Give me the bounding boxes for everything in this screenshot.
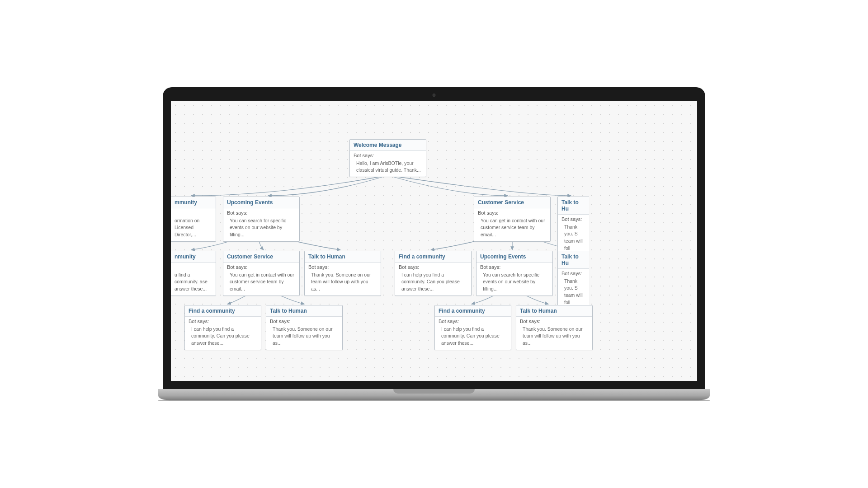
node-welcome[interactable]: Welcome Message Bot says: Hello, I am Ar…	[349, 139, 426, 178]
bot-says-label: Bot says:	[558, 269, 589, 277]
node-text: Thank you. S team will foll	[558, 223, 589, 255]
node-text: I can help you find a community. Can you…	[435, 325, 511, 350]
node-community-cut[interactable]: mmunity x ormation on Licensed Director,…	[171, 197, 216, 242]
node-title: Find a community	[185, 305, 261, 317]
bot-says-label: Bot says:	[395, 263, 471, 271]
bot-says-label: Bot says:	[305, 263, 381, 271]
node-title: Upcoming Events	[476, 251, 552, 263]
node-text: You can get in contact with our customer…	[474, 216, 550, 241]
node-title: Talk to Hu	[558, 251, 589, 269]
node-find-community-3[interactable]: Find a community Bot says: I can help yo…	[434, 305, 511, 350]
screen-bezel: Welcome Message Bot says: Hello, I am Ar…	[163, 87, 705, 389]
node-customer-service[interactable]: Customer Service Bot says: You can get i…	[474, 197, 551, 242]
node-text: u find a community. ase answer these...	[171, 271, 216, 296]
bot-says-label: Bot says:	[223, 263, 299, 271]
laptop-notch	[393, 389, 475, 394]
node-customer-service-2[interactable]: Customer Service Bot says: You can get i…	[223, 251, 300, 296]
node-text: Thank you. Someone on our team will foll…	[266, 325, 342, 350]
node-title: nmunity	[171, 251, 216, 263]
flow-canvas[interactable]: Welcome Message Bot says: Hello, I am Ar…	[171, 101, 616, 381]
laptop-base	[158, 389, 710, 400]
node-title: Customer Service	[474, 197, 550, 208]
screen: Welcome Message Bot says: Hello, I am Ar…	[171, 101, 697, 381]
bot-says-label: Bot says:	[185, 317, 261, 325]
node-nmunity-cut[interactable]: nmunity x u find a community. ase answer…	[171, 251, 216, 296]
node-talk-human-cut[interactable]: Talk to Hu Bot says: Thank you. S team w…	[557, 197, 589, 255]
camera-icon	[433, 94, 436, 97]
node-title: mmunity	[171, 197, 216, 208]
node-title: Customer Service	[223, 251, 299, 263]
node-text: You can search for specific events on ou…	[476, 271, 552, 296]
node-talk-human[interactable]: Talk to Human Bot says: Thank you. Someo…	[304, 251, 381, 296]
node-talk-human-2[interactable]: Talk to Human Bot says: Thank you. Someo…	[266, 305, 343, 350]
bot-says-label: Bot says:	[476, 263, 552, 271]
node-title: Welcome Message	[350, 140, 426, 151]
node-text: Hello, I am ArisBOTle, your classical vi…	[350, 159, 426, 177]
node-text: Thank you. S team will foll	[558, 277, 589, 309]
bot-says-label: Bot says:	[350, 151, 426, 159]
node-talk-human-3[interactable]: Talk to Human Bot says: Thank you. Someo…	[516, 305, 593, 350]
laptop-shadow	[158, 400, 710, 401]
node-text: You can search for specific events on ou…	[223, 216, 299, 241]
node-title: Talk to Human	[266, 305, 342, 317]
bot-says-label: Bot says:	[266, 317, 342, 325]
node-find-community[interactable]: Find a community Bot says: I can help yo…	[395, 251, 472, 296]
node-text: Thank you. Someone on our team will foll…	[516, 325, 592, 350]
node-find-community-2[interactable]: Find a community Bot says: I can help yo…	[184, 305, 261, 350]
node-title: Talk to Human	[516, 305, 592, 317]
node-text: You can get in contact with our customer…	[223, 271, 299, 296]
bot-says-label: Bot says:	[435, 317, 511, 325]
node-title: Upcoming Events	[223, 197, 299, 208]
bot-says-label: Bot says:	[474, 208, 550, 216]
laptop-mockup: Welcome Message Bot says: Hello, I am Ar…	[163, 87, 705, 401]
bot-says-label: Bot says:	[223, 208, 299, 216]
node-upcoming-events[interactable]: Upcoming Events Bot says: You can search…	[223, 197, 300, 242]
node-title: Find a community	[435, 305, 511, 317]
node-title: Talk to Hu	[558, 197, 589, 215]
node-text: I can help you find a community. Can you…	[395, 271, 471, 296]
node-title: Talk to Human	[305, 251, 381, 263]
node-text: ormation on Licensed Director,...	[171, 216, 216, 241]
node-text: Thank you. Someone on our team will foll…	[305, 271, 381, 296]
node-talk-human-cut-2[interactable]: Talk to Hu Bot says: Thank you. S team w…	[557, 251, 589, 310]
node-upcoming-events-2[interactable]: Upcoming Events Bot says: You can search…	[476, 251, 553, 296]
bot-says-label: Bot says:	[558, 215, 589, 223]
bot-says-label: Bot says:	[516, 317, 592, 325]
node-title: Find a community	[395, 251, 471, 263]
node-text: I can help you find a community. Can you…	[185, 325, 261, 350]
